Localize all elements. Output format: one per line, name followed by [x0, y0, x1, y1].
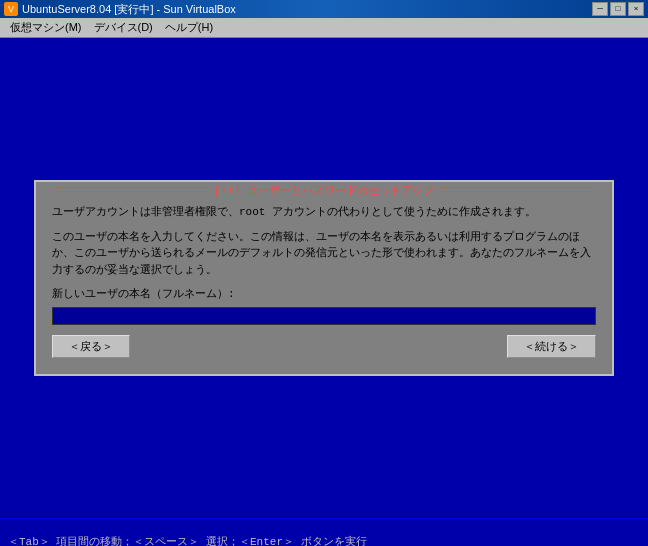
menubar: 仮想マシン(M) デバイス(D) ヘルプ(H)	[0, 18, 648, 38]
maximize-button[interactable]: □	[610, 2, 626, 16]
dialog-paragraph2: このユーザの本名を入力してください。この情報は、ユーザの本名を表示あるいは利用す…	[52, 229, 596, 279]
window-title: UbuntuServer8.04 [実行中] - Sun VirtualBox	[22, 2, 592, 17]
input-label: 新しいユーザの本名（フルネーム）:	[52, 286, 596, 303]
menu-item-machine[interactable]: 仮想マシン(M)	[4, 18, 88, 37]
statusbar: ＜Tab＞ 項目間の移動；＜スペース＞ 選択；＜Enter＞ ボタンを実行	[0, 518, 648, 546]
titlebar: V UbuntuServer8.04 [実行中] - Sun VirtualBo…	[0, 0, 648, 18]
input-row: 新しいユーザの本名（フルネーム）:	[52, 286, 596, 325]
dialog-title: [!!] ユーザーとパスワードのセットアップ	[208, 183, 440, 198]
close-button[interactable]: ×	[628, 2, 644, 16]
dialog-content: ユーザアカウントは非管理者権限で、root アカウントの代わりとして使うために作…	[52, 204, 596, 358]
minimize-button[interactable]: ─	[592, 2, 608, 16]
menu-item-devices[interactable]: デバイス(D)	[88, 18, 159, 37]
dialog: [!!] ユーザーとパスワードのセットアップ ユーザアカウントは非管理者権限で、…	[34, 180, 614, 376]
buttons-row: ＜戻る＞ ＜続ける＞	[52, 335, 596, 358]
dialog-paragraph1: ユーザアカウントは非管理者権限で、root アカウントの代わりとして使うために作…	[52, 204, 596, 221]
dialog-title-bar: [!!] ユーザーとパスワードのセットアップ	[56, 181, 592, 199]
menu-item-help[interactable]: ヘルプ(H)	[159, 18, 219, 37]
status-text: ＜Tab＞ 項目間の移動；＜スペース＞ 選択；＜Enter＞ ボタンを実行	[8, 534, 367, 546]
back-button[interactable]: ＜戻る＞	[52, 335, 130, 358]
main-area: Doitaroh.info [!!] ユーザーとパスワードのセットアップ ユーザ…	[0, 38, 648, 518]
fullname-input[interactable]	[52, 307, 596, 325]
app-icon: V	[4, 2, 18, 16]
continue-button[interactable]: ＜続ける＞	[507, 335, 596, 358]
window-controls: ─ □ ×	[592, 2, 644, 16]
